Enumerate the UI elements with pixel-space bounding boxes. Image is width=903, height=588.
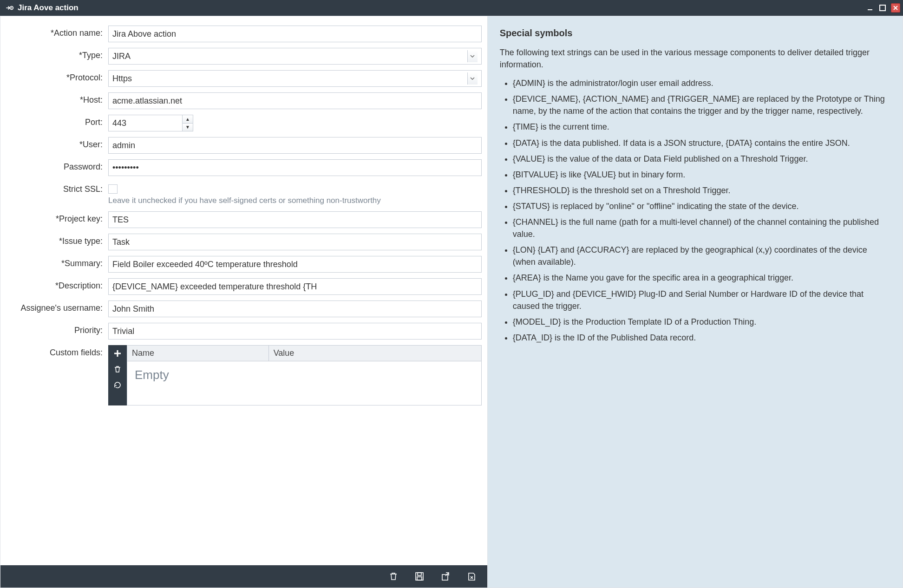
svg-rect-2 xyxy=(868,9,872,10)
help-intro: The following text strings can be used i… xyxy=(500,46,890,71)
password-input[interactable] xyxy=(108,159,482,176)
user-input[interactable] xyxy=(108,137,482,154)
delete-button[interactable] xyxy=(387,570,400,583)
form-pane: *Action name: *Type: JIRA *Protocol: xyxy=(0,16,488,588)
custom-fields-toolbar xyxy=(108,345,127,405)
strict-ssl-checkbox[interactable] xyxy=(108,184,118,194)
svg-rect-7 xyxy=(442,575,448,580)
save-button[interactable] xyxy=(413,570,426,583)
minimize-button[interactable] xyxy=(867,4,874,12)
port-input[interactable] xyxy=(108,115,183,131)
assignee-label: Assignee's username: xyxy=(6,301,108,313)
priority-label: Priority: xyxy=(6,323,108,335)
help-item: {DATA_ID} is the ID of the Published Dat… xyxy=(513,332,890,344)
svg-point-1 xyxy=(11,7,13,9)
help-item: {PLUG_ID} and {DEVICE_HWID} Plug-ID and … xyxy=(513,288,890,312)
help-item: {THRESHOLD} is the threshold set on a Th… xyxy=(513,184,890,196)
chevron-down-icon[interactable] xyxy=(467,72,478,85)
help-item: {ADMIN} is the administrator/login user … xyxy=(513,77,890,89)
host-input[interactable] xyxy=(108,92,482,109)
priority-input[interactable] xyxy=(108,323,482,340)
protocol-label: *Protocol: xyxy=(6,70,108,83)
action-name-label: *Action name: xyxy=(6,26,108,38)
refresh-button[interactable] xyxy=(111,379,124,391)
custom-fields-empty: Empty xyxy=(127,361,481,405)
custom-fields-table: Name Value Empty xyxy=(127,345,482,405)
help-list: {ADMIN} is the administrator/login user … xyxy=(500,77,890,344)
export-button[interactable] xyxy=(439,570,452,583)
help-item: {TIME} is the current time. xyxy=(513,121,890,133)
strict-ssl-label: Strict SSL: xyxy=(6,182,108,194)
gear-arrow-icon xyxy=(5,3,14,13)
bottom-toolbar xyxy=(0,565,487,588)
titlebar: Jira Aove action xyxy=(0,0,903,16)
svg-rect-5 xyxy=(418,573,421,575)
strict-ssl-hint: Leave it unchecked if you have self-sign… xyxy=(108,196,482,206)
maximize-button[interactable] xyxy=(879,4,886,12)
issue-type-label: *Issue type: xyxy=(6,234,108,246)
chevron-down-icon[interactable] xyxy=(467,50,478,62)
host-label: *Host: xyxy=(6,92,108,105)
col-name-header: Name xyxy=(127,346,269,361)
action-name-input[interactable] xyxy=(108,26,482,42)
svg-rect-3 xyxy=(880,5,885,11)
protocol-value: Https xyxy=(112,74,467,84)
delete-row-button[interactable] xyxy=(111,364,124,375)
port-step-up[interactable]: ▲ xyxy=(183,115,193,124)
assignee-input[interactable] xyxy=(108,301,482,317)
help-item: {DEVICE_NAME}, {ACTION_NAME} and {TRIGGE… xyxy=(513,93,890,117)
help-item: {CHANNEL} is the full name (path for a m… xyxy=(513,216,890,240)
window-title: Jira Aove action xyxy=(18,3,867,13)
type-label: *Type: xyxy=(6,48,108,60)
col-value-header: Value xyxy=(269,346,481,361)
project-key-input[interactable] xyxy=(108,211,482,228)
user-label: *User: xyxy=(6,137,108,150)
help-item: {DATA} is the data published. If data is… xyxy=(513,137,890,149)
issue-type-input[interactable] xyxy=(108,234,482,250)
help-item: {BITVALUE} is like {VALUE} but in binary… xyxy=(513,169,890,181)
password-label: Password: xyxy=(6,159,108,172)
help-item: {STATUS} is replaced by "online" or "off… xyxy=(513,200,890,212)
help-pane: Special symbols The following text strin… xyxy=(488,16,903,588)
help-item: {VALUE} is the value of the data or Data… xyxy=(513,153,890,165)
discard-button[interactable] xyxy=(465,570,478,583)
help-heading: Special symbols xyxy=(500,26,890,40)
port-label: Port: xyxy=(6,115,108,127)
description-input[interactable] xyxy=(108,278,482,295)
summary-label: *Summary: xyxy=(6,256,108,268)
add-row-button[interactable] xyxy=(111,348,124,359)
port-step-down[interactable]: ▼ xyxy=(183,124,193,131)
protocol-select[interactable]: Https xyxy=(108,70,482,87)
help-item: {AREA} is the Name you gave for the spec… xyxy=(513,272,890,284)
close-button[interactable] xyxy=(891,3,900,13)
help-item: {MODEL_ID} is the Production Template ID… xyxy=(513,316,890,328)
custom-fields-label: Custom fields: xyxy=(6,345,108,358)
type-value: JIRA xyxy=(112,52,467,61)
help-item: {LON} {LAT} and {ACCURACY} are replaced … xyxy=(513,244,890,268)
project-key-label: *Project key: xyxy=(6,211,108,224)
summary-input[interactable] xyxy=(108,256,482,273)
description-label: *Description: xyxy=(6,278,108,291)
type-select[interactable]: JIRA xyxy=(108,48,482,65)
svg-rect-6 xyxy=(417,577,422,580)
